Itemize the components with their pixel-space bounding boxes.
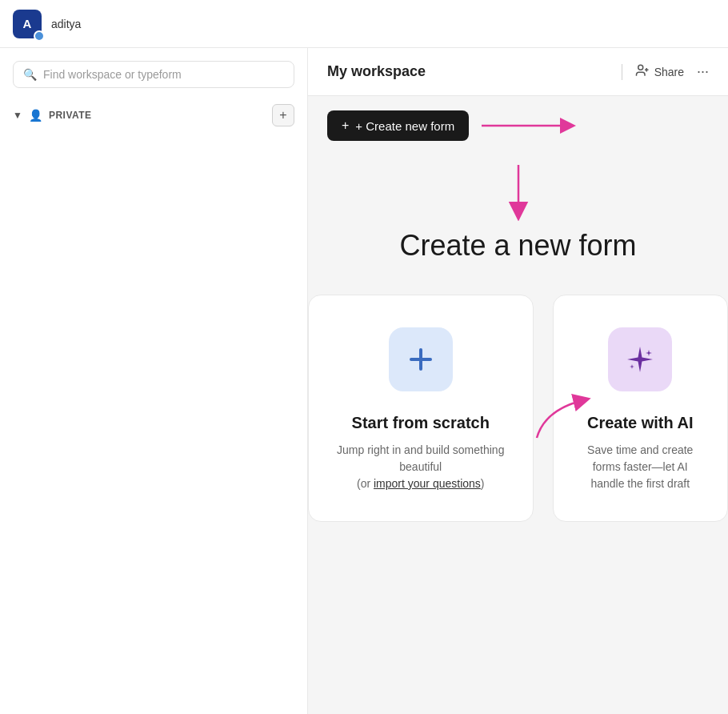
- create-button-area: + + Create new form: [327, 110, 469, 141]
- avatar-badge: [34, 30, 45, 42]
- ai-arrow-annotation: [529, 394, 593, 442]
- start-from-scratch-card[interactable]: Start from scratch Jump right in and bui…: [308, 295, 534, 522]
- import-questions-link[interactable]: import your questions: [374, 477, 481, 490]
- share-button[interactable]: Share: [635, 63, 684, 81]
- down-arrow-annotation: [504, 165, 533, 221]
- sparkle-icon: [622, 342, 658, 377]
- header-actions: Share ···: [622, 63, 709, 81]
- ai-card-title: Create with AI: [587, 414, 694, 432]
- ai-card-desc: Save time and create forms faster—let AI…: [578, 442, 704, 492]
- cards-row: Start from scratch Jump right in and bui…: [308, 295, 728, 522]
- more-button[interactable]: ···: [697, 63, 709, 80]
- search-icon: 🔍: [23, 68, 37, 81]
- person-icon: 👤: [29, 109, 42, 122]
- plus-large-icon: [405, 343, 437, 375]
- search-bar[interactable]: 🔍 Find workspace or typeform: [13, 61, 294, 88]
- add-private-button[interactable]: +: [272, 104, 294, 126]
- sidebar: 🔍 Find workspace or typeform ▼ 👤 PRIVATE…: [0, 48, 308, 714]
- workspace-title: My workspace: [327, 63, 426, 80]
- share-label: Share: [654, 66, 684, 78]
- right-arrow-annotation: [482, 114, 578, 138]
- top-bar: A aditya: [0, 0, 728, 48]
- content-header: My workspace Share ·: [308, 48, 728, 96]
- ai-card-wrapper: Create with AI Save time and create form…: [553, 295, 729, 522]
- create-form-label: + Create new form: [355, 119, 454, 133]
- avatar[interactable]: A: [13, 10, 42, 38]
- scratch-card-title: Start from scratch: [352, 414, 490, 432]
- user-name: aditya: [51, 18, 81, 30]
- content-wrapper: Create a new form Start from scratch Jum…: [308, 141, 728, 714]
- search-placeholder: Find workspace or typeform: [43, 68, 182, 81]
- plus-icon: +: [342, 118, 349, 133]
- scratch-icon-wrap: [389, 327, 453, 391]
- private-section: ▼ 👤 PRIVATE +: [13, 104, 294, 126]
- divider: [622, 64, 622, 80]
- ai-icon-wrap: [608, 327, 672, 391]
- workspace-section: My workspace: [327, 63, 426, 80]
- chevron-down-icon: ▼: [13, 110, 22, 121]
- share-icon: [635, 63, 650, 81]
- private-label: PRIVATE: [49, 110, 92, 121]
- create-new-form-button[interactable]: + + Create new form: [327, 110, 469, 141]
- content-area: My workspace Share ·: [308, 48, 728, 714]
- svg-point-0: [638, 65, 642, 70]
- arrow-heading-area: Create a new form: [399, 165, 636, 263]
- private-left: ▼ 👤 PRIVATE: [13, 109, 92, 122]
- page-heading: Create a new form: [399, 229, 636, 263]
- main-layout: 🔍 Find workspace or typeform ▼ 👤 PRIVATE…: [0, 48, 728, 714]
- scratch-card-desc: Jump right in and build something beauti…: [333, 442, 509, 492]
